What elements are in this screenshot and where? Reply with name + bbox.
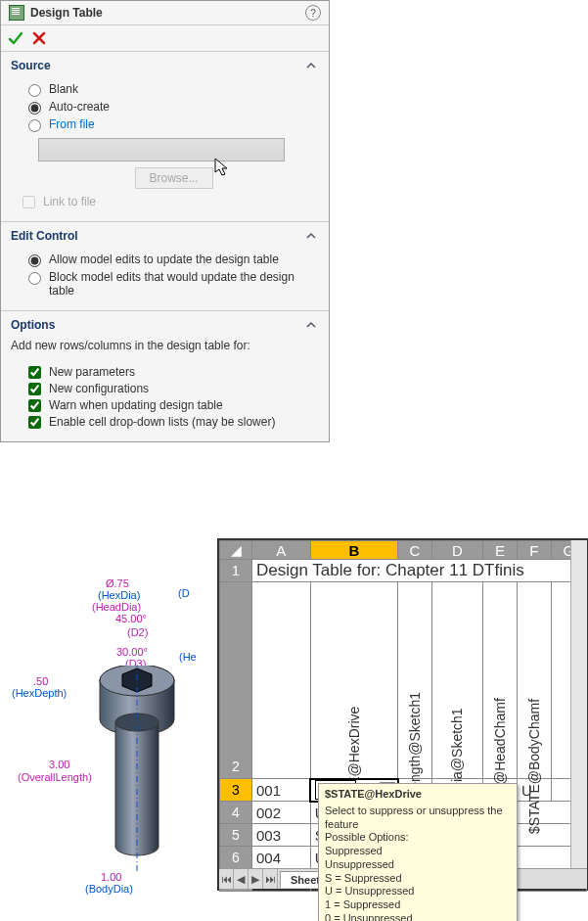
cell-A5[interactable]: 003 (252, 824, 311, 847)
design-table-panel: Design Table ? Source Blank Auto-create … (0, 0, 330, 442)
tooltip-opt: U = Unsuppressed (325, 885, 511, 898)
source-header-label: Source (11, 59, 51, 72)
file-path-input[interactable] (38, 138, 285, 161)
tooltip-opt: 1 = Suppressed (325, 898, 511, 912)
hdr-bodychamf: $STATE@BodyChamf (526, 699, 542, 834)
check-newparams-label: New parameters (49, 365, 135, 379)
check-dropdowns-label: Enable cell drop-down lists (may be slow… (49, 415, 275, 429)
check-newconfigs[interactable]: New configurations (28, 382, 319, 395)
check-newparams[interactable]: New parameters (28, 365, 319, 379)
row-3-header[interactable]: 3 (220, 779, 252, 802)
tab-nav-last[interactable]: ⏭ (263, 869, 278, 889)
column-header-row: ◢ A B C D E F G (220, 541, 587, 560)
dim-bodydia-name: (BodyDia) (85, 883, 133, 895)
check-warn[interactable]: Warn when updating design table (28, 398, 319, 412)
dim-hexdia-name: (HexDia) (98, 589, 140, 601)
bolt-render (98, 666, 196, 871)
table-title-cell[interactable]: Design Table for: Chapter 11 DTfinis (252, 560, 587, 582)
dim-hexdepth-name: (HexDepth) (12, 687, 67, 699)
radio-blockedits[interactable]: Block model edits that would update the … (28, 270, 319, 298)
cell-F2[interactable]: $STATE@BodyChamf (517, 582, 551, 779)
options-header[interactable]: Options (1, 311, 329, 335)
cell-C2[interactable]: OverallLength@Sketch1 (398, 582, 432, 779)
editcontrol-header-label: Edit Control (11, 229, 78, 243)
cell-B2[interactable]: $STATE@HexDrive (310, 582, 397, 779)
radio-fromfile[interactable]: From file (28, 117, 319, 132)
model-view: Ø.75 (HexDia) (HeadDia) 45.00° (D2) (D 3… (0, 577, 225, 900)
radio-fromfile-label: From file (49, 117, 95, 131)
options-section: Options Add new rows/columns in the desi… (1, 310, 329, 441)
col-E[interactable]: E (483, 541, 518, 560)
dim-d2: (D2) (127, 626, 148, 638)
col-F[interactable]: F (517, 541, 551, 560)
tab-nav-next[interactable]: ▶ (249, 869, 263, 889)
check-linktofile-label: Link to file (43, 195, 96, 208)
tooltip-opt: Suppressed (325, 845, 511, 858)
cell-tooltip: $STATE@HexDrive Select to suppress or un… (318, 783, 518, 921)
panel-titlebar: Design Table ? (1, 1, 329, 25)
check-newconfigs-label: New configurations (49, 382, 149, 395)
col-C[interactable]: C (398, 541, 432, 560)
vertical-scrollbar[interactable] (570, 540, 587, 889)
collapse-icon (303, 58, 319, 73)
source-section: Source Blank Auto-create From file Brows… (1, 51, 329, 221)
ok-button[interactable] (7, 29, 24, 47)
design-table-icon (9, 5, 24, 21)
tooltip-opt: Unsuppressed (325, 858, 511, 872)
cell-D2[interactable]: HeadDia@Sketch1 (431, 582, 482, 779)
options-header-label: Options (11, 318, 55, 332)
panel-title: Design Table (30, 6, 305, 20)
cell-A3[interactable]: 001 (252, 779, 311, 802)
radio-autocreate-label: Auto-create (49, 100, 110, 114)
dim-headdia-name: (HeadDia) (92, 601, 141, 613)
selectall-corner[interactable]: ◢ (220, 541, 252, 560)
radio-autocreate[interactable]: Auto-create (28, 100, 319, 115)
row-5-header[interactable]: 5 (220, 824, 252, 847)
editcontrol-section: Edit Control Allow model edits to update… (1, 221, 329, 310)
browse-button: Browse... (135, 167, 213, 189)
cell-E2[interactable]: $STATE@HeadChamf (483, 582, 518, 779)
tooltip-opt: S = Suppressed (325, 872, 511, 886)
options-lead: Add new rows/columns in the design table… (1, 335, 329, 358)
col-B[interactable]: B (310, 541, 397, 560)
editcontrol-header[interactable]: Edit Control (1, 222, 329, 246)
lower-area: Ø.75 (HexDia) (HeadDia) 45.00° (D2) (D 3… (0, 538, 588, 921)
row-1-header[interactable]: 1 (220, 560, 252, 582)
source-header[interactable]: Source (1, 52, 329, 75)
col-A[interactable]: A (252, 541, 311, 560)
radio-blank[interactable]: Blank (28, 82, 319, 97)
tooltip-opt: 0 = Unsuppressed (325, 912, 511, 921)
dim-hexdepth-val: .50 (33, 675, 48, 687)
dim-d-partial: (D (178, 587, 190, 599)
check-warn-label: Warn when updating design table (49, 398, 223, 412)
dim-bodydia-val: 1.00 (101, 871, 121, 883)
radio-blank-label: Blank (49, 82, 78, 96)
check-dropdowns[interactable]: Enable cell drop-down lists (may be slow… (28, 415, 319, 429)
dim-overall-name: (OverallLength) (18, 771, 92, 783)
radio-blockedits-label: Block model edits that would update the … (49, 270, 303, 298)
collapse-icon (303, 228, 319, 244)
dim-hexdia-val: Ø.75 (106, 577, 129, 589)
panel-actionbar (1, 25, 329, 51)
row-4-header[interactable]: 4 (220, 802, 252, 824)
tab-nav-prev[interactable]: ◀ (234, 869, 249, 889)
row-6-header[interactable]: 6 (220, 847, 252, 869)
dim-overall-val: 3.00 (49, 759, 69, 770)
tab-nav-first[interactable]: ⏮ (219, 869, 234, 889)
dim-angle30: 30.00° (116, 646, 148, 658)
cell-A4[interactable]: 002 (252, 802, 311, 824)
tooltip-poss: Possible Options: (325, 831, 511, 845)
tooltip-desc: Select to suppress or unsuppress the fea… (325, 805, 511, 832)
radio-allowedits-label: Allow model edits to update the design t… (49, 253, 279, 266)
row-2-header[interactable]: 2 (220, 582, 252, 779)
radio-allowedits[interactable]: Allow model edits to update the design t… (28, 253, 319, 267)
help-icon[interactable]: ? (305, 5, 321, 21)
cell-A2[interactable] (252, 582, 311, 779)
cancel-button[interactable] (30, 29, 48, 47)
check-linktofile[interactable]: Link to file (23, 195, 319, 208)
cell-A6[interactable]: 004 (252, 847, 311, 869)
dim-angle45: 45.00° (115, 613, 147, 624)
col-D[interactable]: D (431, 541, 482, 560)
dim-head-partial: (He (179, 651, 197, 663)
tooltip-title: $STATE@HexDrive (325, 788, 511, 802)
